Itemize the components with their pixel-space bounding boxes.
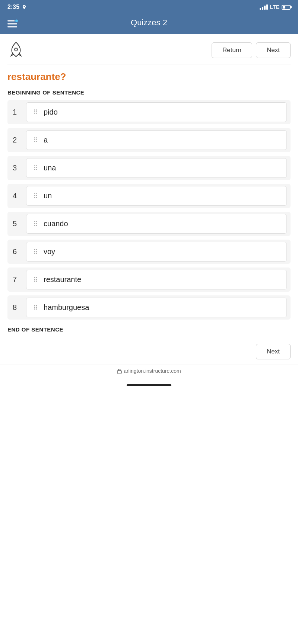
drag-card[interactable]: ⠿ una bbox=[26, 158, 287, 178]
return-button[interactable]: Return bbox=[212, 42, 252, 58]
drag-item: 4 ⠿ un bbox=[7, 184, 291, 208]
battery-icon bbox=[282, 5, 291, 10]
toolbar: Return Next bbox=[7, 34, 291, 64]
drag-handle-icon: ⠿ bbox=[33, 164, 38, 172]
drag-item: 6 ⠿ voy bbox=[7, 240, 291, 264]
next-button-top[interactable]: Next bbox=[256, 42, 291, 58]
beginning-label: BEGINNING OF SENTENCE bbox=[7, 86, 291, 100]
lte-label: LTE bbox=[270, 4, 279, 10]
drag-handle-icon: ⠿ bbox=[33, 276, 38, 284]
end-label: END OF SENTENCE bbox=[7, 320, 291, 336]
location-icon bbox=[22, 4, 27, 10]
drag-list: 1 ⠿ pido 2 ⠿ a 3 ⠿ una 4 ⠿ un 5 bbox=[7, 100, 291, 320]
item-number: 3 bbox=[13, 164, 21, 172]
bottom-toolbar: Next bbox=[0, 336, 298, 365]
svg-point-0 bbox=[15, 48, 18, 51]
drag-word: cuando bbox=[44, 220, 68, 228]
content-area: Return Next restaurante? BEGINNING OF SE… bbox=[0, 34, 298, 336]
notification-dot bbox=[15, 19, 19, 23]
drag-handle-icon: ⠿ bbox=[33, 304, 38, 312]
drag-card[interactable]: ⠿ pido bbox=[26, 102, 287, 122]
drag-card[interactable]: ⠿ restaurante bbox=[26, 270, 287, 289]
status-bar: 2:35 LTE bbox=[0, 0, 298, 13]
drag-word: un bbox=[44, 192, 52, 200]
drag-item: 3 ⠿ una bbox=[7, 156, 291, 180]
home-bar bbox=[127, 384, 171, 386]
drag-item: 1 ⠿ pido bbox=[7, 100, 291, 124]
item-number: 8 bbox=[13, 303, 21, 312]
drag-handle-icon: ⠿ bbox=[33, 108, 38, 116]
drag-word: hamburguesa bbox=[44, 303, 89, 312]
status-right: LTE bbox=[260, 4, 291, 10]
question-text: restaurante? bbox=[7, 64, 291, 86]
signal-icon bbox=[260, 4, 268, 10]
drag-item: 2 ⠿ a bbox=[7, 128, 291, 152]
drag-handle-icon: ⠿ bbox=[33, 136, 38, 144]
item-number: 7 bbox=[13, 275, 21, 284]
drag-word: restaurante bbox=[44, 275, 81, 284]
menu-button[interactable] bbox=[7, 20, 17, 28]
status-left: 2:35 bbox=[7, 4, 27, 10]
drag-word: una bbox=[44, 164, 56, 172]
home-indicator bbox=[0, 381, 298, 389]
drag-handle-icon: ⠿ bbox=[33, 192, 38, 200]
item-number: 1 bbox=[13, 108, 21, 116]
drag-handle-icon: ⠿ bbox=[33, 220, 38, 228]
drag-card[interactable]: ⠿ hamburguesa bbox=[26, 298, 287, 317]
drag-item: 8 ⠿ hamburguesa bbox=[7, 295, 291, 320]
drag-item: 7 ⠿ restaurante bbox=[7, 267, 291, 292]
drag-card[interactable]: ⠿ un bbox=[26, 186, 287, 206]
drag-word: voy bbox=[44, 247, 55, 256]
item-number: 6 bbox=[13, 247, 21, 256]
lock-icon bbox=[117, 368, 122, 374]
drag-word: pido bbox=[44, 108, 58, 116]
rocket-icon bbox=[7, 41, 25, 60]
item-number: 4 bbox=[13, 192, 21, 200]
nav-bar: Quizzes 2 bbox=[0, 13, 298, 34]
footer: arlington.instructure.com bbox=[0, 365, 298, 381]
drag-card[interactable]: ⠿ a bbox=[26, 130, 287, 150]
time-display: 2:35 bbox=[7, 4, 19, 10]
drag-word: a bbox=[44, 136, 48, 144]
drag-handle-icon: ⠿ bbox=[33, 248, 38, 256]
page-title: Quizzes 2 bbox=[131, 18, 167, 28]
footer-domain: arlington.instructure.com bbox=[117, 368, 181, 374]
toolbar-buttons: Return Next bbox=[212, 42, 291, 58]
drag-card[interactable]: ⠿ cuando bbox=[26, 214, 287, 234]
item-number: 5 bbox=[13, 220, 21, 228]
svg-rect-1 bbox=[117, 371, 121, 374]
item-number: 2 bbox=[13, 136, 21, 144]
drag-card[interactable]: ⠿ voy bbox=[26, 242, 287, 262]
drag-item: 5 ⠿ cuando bbox=[7, 212, 291, 236]
next-button-bottom[interactable]: Next bbox=[256, 344, 291, 359]
